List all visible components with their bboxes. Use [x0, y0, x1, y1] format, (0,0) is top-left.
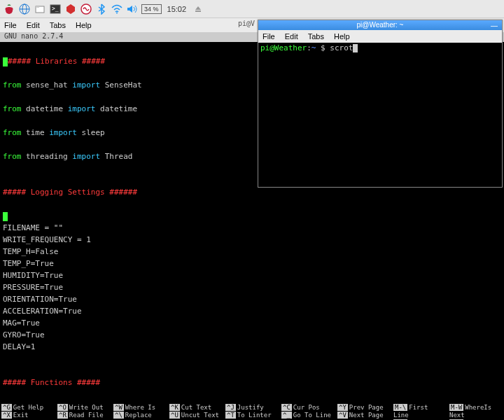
svg-marker-13 — [195, 6, 201, 10]
terminal-titlebar[interactable]: pi@Weather: ~ — — [258, 20, 502, 30]
nano-shortcut-bar: ^GGet Help^XExit ^OWrite Out^RRead File … — [0, 403, 504, 420]
svg-point-12 — [116, 12, 118, 13]
globe-icon[interactable] — [18, 3, 31, 15]
svg-marker-10 — [66, 4, 75, 14]
volume-icon[interactable] — [126, 3, 139, 15]
terminal-icon[interactable]: >_ — [49, 3, 62, 15]
mathematica-icon[interactable] — [64, 3, 77, 15]
term2-menu-tabs[interactable]: Tabs — [308, 32, 324, 41]
wifi-icon[interactable] — [111, 3, 123, 15]
file-manager-icon[interactable] — [34, 3, 46, 15]
taskbar: >_ 34 % 15:02 — [0, 0, 504, 18]
background-window-title: pi@V — [238, 20, 255, 27]
term2-menu-help[interactable]: Help — [334, 32, 350, 41]
bluetooth-icon[interactable] — [95, 3, 108, 15]
terminal-window[interactable]: pi@Weather: ~ — File Edit Tabs Help pi@W… — [258, 20, 503, 188]
raspberry-menu-icon[interactable] — [3, 3, 15, 15]
terminal-body[interactable]: pi@Weather:~ $ scrot — [258, 43, 502, 187]
term2-menu-edit[interactable]: Edit — [285, 32, 298, 41]
svg-point-2 — [10, 7, 13, 10]
terminal-title-text: pi@Weather: ~ — [357, 21, 404, 29]
svg-rect-7 — [36, 6, 39, 8]
clock[interactable]: 15:02 — [164, 5, 190, 13]
menu-tabs[interactable]: Tabs — [50, 21, 66, 29]
svg-rect-14 — [195, 10, 201, 12]
menu-file[interactable]: File — [4, 21, 17, 29]
wolfram-icon[interactable] — [80, 3, 92, 15]
term2-menu-file[interactable]: File — [262, 32, 275, 41]
eject-icon[interactable] — [192, 3, 204, 15]
menu-edit[interactable]: Edit — [27, 21, 40, 29]
svg-text:>_: >_ — [52, 6, 59, 12]
terminal-menubar: File Edit Tabs Help — [258, 30, 502, 43]
minimize-icon[interactable]: — — [491, 21, 498, 31]
svg-point-1 — [6, 7, 9, 10]
battery-indicator[interactable]: 34 % — [141, 4, 162, 14]
nano-version: GNU nano 2.7.4 — [4, 32, 63, 42]
menu-help[interactable]: Help — [76, 21, 92, 29]
